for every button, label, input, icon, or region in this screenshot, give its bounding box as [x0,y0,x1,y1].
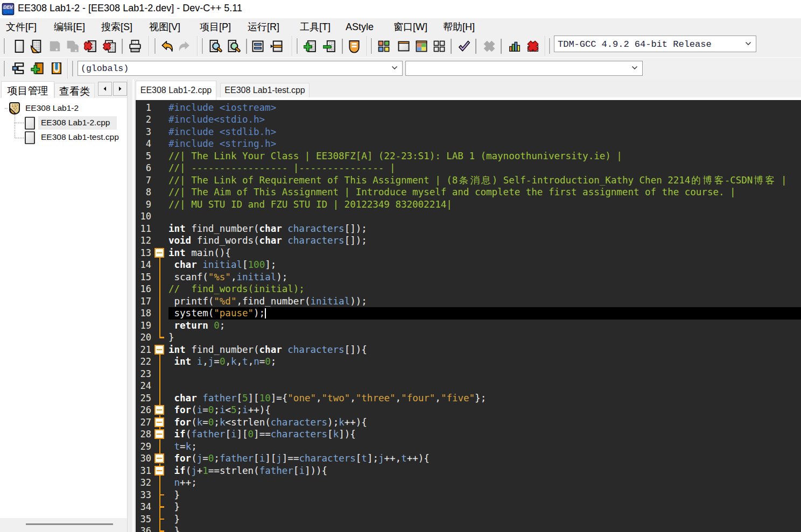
find-in-files-button[interactable] [251,39,265,53]
code-line-5[interactable]: 5//| The Link Your Class | EE308FZ[A] (2… [136,150,801,162]
close-all-button[interactable] [102,39,116,53]
tree-node-file-1[interactable]: EE308 Lab1-2.cpp [41,118,110,127]
code-line-26[interactable]: 26 for(i=0;i<5;i++){ [136,404,801,416]
tab-project-manager[interactable]: 项目管理 [1,81,54,98]
code-line-29[interactable]: 29 t=k; [136,441,801,453]
code-line-36[interactable]: 36 } [136,525,801,532]
code-line-7[interactable]: 7//| The Link of Requirement of This Ass… [136,174,801,187]
remove-from-project-button[interactable] [323,39,337,53]
menu-item-8[interactable]: 窗口[W] [394,20,427,33]
code-line-20[interactable]: 20} [136,331,801,344]
code-line-32[interactable]: 32 n++; [136,477,801,489]
menu-item-6[interactable]: 工具[T] [300,20,331,33]
code-line-9[interactable]: 9//| MU STU ID and FZU STU ID | 20122349… [136,198,801,211]
menu-item-4[interactable]: 项目[P] [200,20,231,33]
fold-collapse-icon[interactable] [154,453,164,463]
undo-button[interactable] [160,39,174,53]
fold-collapse-icon[interactable] [154,466,164,476]
code-line-31[interactable]: 31 if(j+1==strlen(father[i])){ [136,465,801,477]
code-line-14[interactable]: 14 char initial[100]; [136,259,801,271]
goto-bookmark-button[interactable] [50,61,64,75]
fold-collapse-icon[interactable] [154,405,164,415]
code-line-15[interactable]: 15 scanf("%s",initial); [136,271,801,283]
toggle-bookmark-button[interactable] [31,61,45,75]
tree-node-file-2[interactable]: EE308 Lab1-test.cpp [41,132,119,142]
syntax-check-button[interactable] [457,39,471,53]
code-line-17[interactable]: 17 printf("%d",find_number(initial)); [136,295,801,308]
code-line-8[interactable]: 8//| The Aim of This Assignment | Introd… [136,186,801,198]
members-combo[interactable] [405,61,643,76]
code-line-1[interactable]: 1#include <iostream> [136,102,801,114]
fold-margin [152,271,168,283]
code-line-27[interactable]: 27 for(k=0;k<strlen(characters);k++){ [136,416,801,429]
compile-and-run-button[interactable] [414,39,428,53]
sidebar-tab-scroll-left-button[interactable] [98,82,112,96]
code-line-19[interactable]: 19 return 0; [136,320,801,332]
menu-item-1[interactable]: 编辑[E] [54,20,85,33]
code-line-25[interactable]: 25 char father[5][10]={"one","two","thre… [136,392,801,405]
close-file-button[interactable] [84,39,98,53]
fold-collapse-icon[interactable] [154,429,164,439]
delete-profiling-button[interactable] [526,39,540,53]
sidebar-scrollbar[interactable] [0,518,127,532]
replace-button[interactable] [227,39,241,53]
code-line-30[interactable]: 30 for(j=0;father[i][j]==characters[t];j… [136,452,801,465]
code-line-21[interactable]: 21int find_number(char characters[]){ [136,344,801,356]
compiler-combo[interactable]: TDM-GCC 4.9.2 64-bit Release [554,36,756,52]
code-line-11[interactable]: 11int find_number(char characters[]); [136,223,801,235]
line-number: 15 [136,271,152,283]
fold-collapse-icon[interactable] [154,417,164,427]
print-button[interactable] [128,39,142,53]
menu-item-0[interactable]: 文件[F] [6,20,37,33]
redo-button[interactable] [177,39,191,53]
new-file-button[interactable] [12,39,26,53]
code-line-34[interactable]: 34 } [136,501,801,513]
code-line-16[interactable]: 16// find_words(initial); [136,283,801,295]
fold-collapse-icon[interactable] [154,345,164,354]
menu-item-9[interactable]: 帮助[H] [443,20,475,33]
run-button[interactable] [397,39,411,53]
menu-item-7[interactable]: AStyle [346,21,374,32]
code-line-6[interactable]: 6//| ----------------- |--------------- … [136,162,801,174]
profile-analysis-button[interactable] [508,39,522,53]
code-line-33[interactable]: 33 } [136,489,801,501]
rebuild-all-button[interactable] [432,39,446,53]
sidebar-scrollbar-thumb[interactable] [26,523,113,525]
code-line-35[interactable]: 35 } [136,513,801,526]
panel-splitter[interactable] [127,80,136,532]
find-button[interactable] [208,39,222,53]
fold-margin [152,114,168,126]
menu-item-3[interactable]: 视图[V] [149,20,180,33]
code-line-23[interactable]: 23 [136,368,801,380]
goto-line-button[interactable] [270,39,284,53]
save-button[interactable] [48,39,62,53]
compile-button[interactable] [377,39,391,53]
code-line-10[interactable]: 10 [136,210,801,223]
code-line-13[interactable]: 13int main(){ [136,247,801,259]
project-properties-button[interactable] [347,39,361,53]
open-file-button[interactable] [30,39,44,53]
tab-view-classes[interactable]: 查看类 [54,83,95,98]
insert-button[interactable] [11,61,25,75]
code-line-22[interactable]: 22 int i,j=0,k,t,n=0; [136,356,801,368]
code-line-12[interactable]: 12void find_words(char characters[]); [136,235,801,247]
editor-tab-active[interactable]: EE308 Lab1-2.cpp [136,81,216,100]
globals-combo[interactable]: (globals) [78,61,403,76]
text-caret [265,308,266,318]
code-line-4[interactable]: 4#include <string.h> [136,138,801,150]
code-line-28[interactable]: 28 if(father[i][0]==characters[k]){ [136,428,801,441]
menu-item-5[interactable]: 运行[R] [248,20,279,33]
code-line-2[interactable]: 2#include<stdio.h> [136,114,801,126]
code-editor[interactable]: 1#include <iostream>2#include<stdio.h>3#… [136,100,801,532]
code-line-18[interactable]: 18 system("pause"); [136,307,801,320]
editor-tab-inactive[interactable]: EE308 Lab1-test.cpp [220,83,310,97]
fold-collapse-icon[interactable] [154,248,164,258]
tree-node-project[interactable]: EE308 Lab1-2 [25,103,79,113]
sidebar-tab-scroll-right-button[interactable] [113,82,127,96]
save-all-button[interactable] [66,39,80,53]
code-line-3[interactable]: 3#include <stdlib.h> [136,126,801,138]
abort-compilation-button[interactable] [482,39,496,53]
code-line-24[interactable]: 24 [136,380,801,392]
add-to-project-button[interactable] [304,39,318,53]
menu-item-2[interactable]: 搜索[S] [101,20,132,33]
